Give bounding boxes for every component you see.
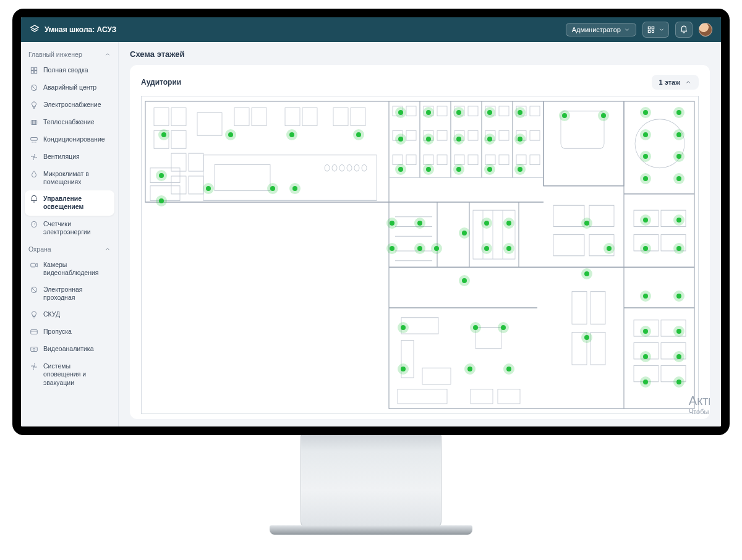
light-status-dot[interactable] xyxy=(643,380,648,384)
light-status-dot[interactable] xyxy=(643,329,648,334)
light-status-dot[interactable] xyxy=(390,221,394,226)
sidebar-section-security[interactable]: Охрана xyxy=(25,240,114,257)
light-status-dot[interactable] xyxy=(206,186,211,191)
light-status-dot[interactable] xyxy=(676,246,681,251)
sidebar-item[interactable]: Теплоснабжение xyxy=(25,114,114,131)
sidebar-item[interactable]: Электронная проходная xyxy=(25,281,114,306)
light-status-dot[interactable] xyxy=(643,354,648,359)
sidebar-item-label: Аварийный центр xyxy=(43,83,96,91)
light-status-dot[interactable] xyxy=(401,325,406,330)
light-status-dot[interactable] xyxy=(643,154,648,159)
sidebar-item[interactable]: Управление освещением xyxy=(25,190,114,215)
svg-rect-93 xyxy=(572,292,587,325)
floor-panel: Аудитории 1 этаж xyxy=(130,65,710,419)
light-status-dot[interactable] xyxy=(456,137,461,142)
light-status-dot[interactable] xyxy=(159,173,164,178)
sidebar-item[interactable]: Видеоаналитика xyxy=(25,341,114,358)
sidebar-item[interactable]: Микроклимат в помещениях xyxy=(25,166,114,190)
light-status-dot[interactable] xyxy=(676,354,681,359)
light-status-dot[interactable] xyxy=(161,132,166,137)
floor-selector[interactable]: 1 этаж xyxy=(652,75,699,90)
light-status-dot[interactable] xyxy=(518,167,522,172)
light-status-dot[interactable] xyxy=(643,110,648,115)
light-status-dot[interactable] xyxy=(676,176,681,181)
light-status-dot[interactable] xyxy=(417,221,422,226)
light-status-dot[interactable] xyxy=(487,167,492,172)
light-status-dot[interactable] xyxy=(484,221,489,226)
light-status-dot[interactable] xyxy=(643,246,648,251)
light-status-dot[interactable] xyxy=(390,246,394,251)
light-status-dot[interactable] xyxy=(506,367,511,371)
svg-rect-96 xyxy=(591,332,605,365)
sidebar-item[interactable]: Кондиционирование xyxy=(25,131,114,148)
light-status-dot[interactable] xyxy=(643,176,648,181)
sidebar-item[interactable]: Вентиляция xyxy=(25,148,114,166)
light-status-dot[interactable] xyxy=(398,167,403,172)
light-status-dot[interactable] xyxy=(562,113,567,118)
light-status-dot[interactable] xyxy=(676,380,681,384)
apps-button[interactable] xyxy=(642,22,669,38)
light-status-dot[interactable] xyxy=(676,110,681,115)
light-status-dot[interactable] xyxy=(501,325,506,330)
light-status-dot[interactable] xyxy=(487,110,492,115)
app-brand[interactable]: Умная школа: АСУЗ xyxy=(30,24,116,36)
light-status-dot[interactable] xyxy=(676,154,681,159)
light-status-dot[interactable] xyxy=(467,367,472,371)
light-status-dot[interactable] xyxy=(643,294,648,299)
light-status-dot[interactable] xyxy=(462,278,467,283)
light-status-dot[interactable] xyxy=(487,137,492,142)
svg-rect-31 xyxy=(333,108,348,125)
light-status-dot[interactable] xyxy=(292,186,297,191)
light-status-dot[interactable] xyxy=(601,113,606,118)
light-status-dot[interactable] xyxy=(270,186,275,191)
light-status-dot[interactable] xyxy=(398,110,403,115)
svg-rect-28 xyxy=(252,108,267,125)
light-status-dot[interactable] xyxy=(506,246,511,251)
light-status-dot[interactable] xyxy=(398,137,403,142)
light-status-dot[interactable] xyxy=(643,218,648,223)
light-status-dot[interactable] xyxy=(356,132,361,137)
sidebar-item[interactable]: СКУД xyxy=(25,306,114,323)
light-status-dot[interactable] xyxy=(484,246,489,251)
light-status-dot[interactable] xyxy=(676,132,681,137)
light-status-dot[interactable] xyxy=(456,167,461,172)
light-status-dot[interactable] xyxy=(584,335,589,340)
sidebar-section-engineer[interactable]: Главный инженер xyxy=(25,46,114,62)
light-status-dot[interactable] xyxy=(473,325,478,330)
light-status-dot[interactable] xyxy=(426,110,431,115)
floorplan[interactable] xyxy=(141,96,699,414)
light-status-dot[interactable] xyxy=(401,367,406,371)
light-status-dot[interactable] xyxy=(434,246,439,251)
light-status-dot[interactable] xyxy=(518,137,522,142)
sidebar-item[interactable]: Камеры видеонаблюдения xyxy=(25,257,114,281)
notifications-button[interactable] xyxy=(675,22,693,38)
svg-rect-27 xyxy=(234,108,249,125)
sidebar-item[interactable]: Электроснабжение xyxy=(25,96,114,114)
user-role-dropdown[interactable]: Администратор xyxy=(566,23,636,36)
light-status-dot[interactable] xyxy=(426,137,431,142)
light-status-dot[interactable] xyxy=(456,110,461,115)
light-status-dot[interactable] xyxy=(676,329,681,334)
light-status-dot[interactable] xyxy=(228,132,233,137)
sidebar-item[interactable]: Пропуска xyxy=(25,323,114,341)
svg-point-42 xyxy=(339,164,344,171)
light-status-dot[interactable] xyxy=(643,132,648,137)
light-status-dot[interactable] xyxy=(159,198,164,203)
sidebar-item[interactable]: Счетчики электроэнергии xyxy=(25,216,114,240)
avatar[interactable] xyxy=(699,23,712,36)
light-status-dot[interactable] xyxy=(676,294,681,299)
light-status-dot[interactable] xyxy=(417,246,422,251)
sidebar-item[interactable]: Аварийный центр xyxy=(25,79,114,96)
light-status-dot[interactable] xyxy=(607,246,612,251)
light-status-dot[interactable] xyxy=(518,110,522,115)
light-status-dot[interactable] xyxy=(462,231,467,235)
light-status-dot[interactable] xyxy=(426,167,431,172)
sidebar-item[interactable]: Полная сводка xyxy=(25,62,114,79)
sidebar-item[interactable]: Системы оповещения и эвакуации xyxy=(25,358,114,391)
light-status-dot[interactable] xyxy=(584,271,589,276)
light-status-dot[interactable] xyxy=(506,221,511,226)
light-status-dot[interactable] xyxy=(676,218,681,223)
light-status-dot[interactable] xyxy=(289,132,294,137)
light-status-dot[interactable] xyxy=(584,221,589,226)
svg-rect-55 xyxy=(437,130,447,140)
